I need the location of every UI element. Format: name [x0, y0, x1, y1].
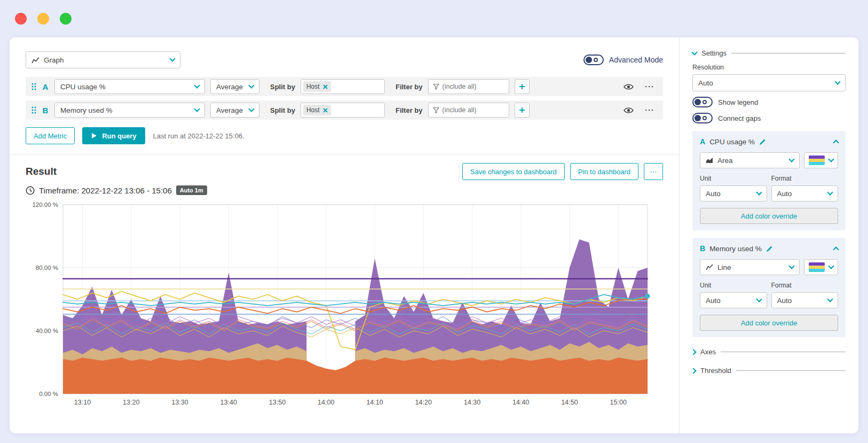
- funnel-icon: [433, 83, 439, 90]
- result-header: Result Save changes to dashboard Pin to …: [26, 163, 663, 180]
- filter-input-wrap: [428, 79, 509, 94]
- svg-text:13:40: 13:40: [220, 399, 237, 406]
- chevron-up-icon[interactable]: [833, 139, 839, 145]
- add-filter-button[interactable]: [515, 103, 530, 118]
- color-swatch: [809, 156, 825, 165]
- toggle-knob: [695, 115, 701, 121]
- unit-label: Unit: [700, 175, 767, 182]
- add-color-override-button[interactable]: Add color override: [700, 315, 838, 331]
- metric-letter: B: [42, 106, 49, 115]
- aggregation-value: Average: [216, 83, 245, 91]
- show-legend-label: Show legend: [718, 98, 758, 106]
- filter-by-label: Filter by: [396, 83, 423, 91]
- add-filter-button[interactable]: [515, 79, 530, 94]
- aggregation-select[interactable]: Average: [210, 103, 259, 118]
- metric-value: Memory used %: [60, 106, 191, 114]
- format-select[interactable]: Auto: [771, 185, 839, 201]
- unit-select[interactable]: Auto: [700, 292, 767, 308]
- unit-select[interactable]: Auto: [700, 185, 767, 201]
- visualization-toolbar: Graph Advanced Mode: [26, 51, 663, 68]
- color-palette-select[interactable]: [804, 152, 838, 168]
- svg-text:14:20: 14:20: [415, 399, 432, 406]
- svg-text:14:50: 14:50: [561, 399, 578, 406]
- format-select[interactable]: Auto: [771, 292, 839, 308]
- maximize-button[interactable]: [60, 13, 72, 25]
- filter-input[interactable]: [443, 83, 504, 90]
- card-letter: A: [700, 137, 705, 146]
- minimize-button[interactable]: [37, 13, 49, 25]
- toggle-ring: [703, 116, 707, 120]
- split-by-label: Split by: [270, 83, 295, 91]
- unit-format-selects: Auto Auto: [700, 292, 838, 308]
- result-more-button[interactable]: ⋯: [644, 163, 663, 180]
- chevron-down-icon: [194, 82, 200, 88]
- pencil-icon[interactable]: [766, 245, 773, 252]
- viz-type-select[interactable]: Area: [700, 152, 800, 168]
- color-palette-select[interactable]: [804, 259, 838, 275]
- run-query-button[interactable]: Run query: [82, 127, 145, 144]
- split-chip-label: Host: [306, 83, 320, 90]
- visualization-select[interactable]: Graph: [26, 51, 180, 68]
- add-color-override-button[interactable]: Add color override: [700, 208, 838, 224]
- aggregation-select[interactable]: Average: [210, 79, 259, 94]
- unit-format-labels: Unit Format: [700, 175, 838, 182]
- timeframe-text: Timeframe: 2022-12-22 13:06 - 15:06: [39, 186, 172, 195]
- unit-label: Unit: [700, 282, 767, 289]
- unit-format-labels: Unit Format: [700, 282, 838, 289]
- viz-type-select[interactable]: Line: [700, 259, 800, 275]
- chevron-up-icon[interactable]: [833, 246, 839, 252]
- metric-more-button[interactable]: ⋯: [644, 105, 654, 115]
- metric-card-a: A CPU usage % Area: [692, 131, 846, 230]
- resolution-select[interactable]: Auto: [692, 74, 846, 91]
- metric-select[interactable]: Memory used %: [54, 103, 205, 118]
- run-query-label: Run query: [102, 132, 136, 140]
- filter-by-label: Filter by: [396, 106, 423, 114]
- add-metric-button[interactable]: Add Metric: [26, 127, 75, 144]
- chevron-down-icon: [194, 106, 200, 112]
- svg-text:15:00: 15:00: [610, 399, 627, 406]
- svg-text:13:30: 13:30: [171, 399, 188, 406]
- split-chip[interactable]: Host: [303, 105, 331, 115]
- close-button[interactable]: [15, 13, 27, 25]
- metric-card-header[interactable]: B Memory used %: [700, 244, 838, 253]
- svg-text:13:20: 13:20: [123, 399, 139, 406]
- card-letter: B: [700, 244, 705, 253]
- split-chip-label: Host: [306, 106, 320, 114]
- axes-title: Axes: [700, 348, 716, 356]
- chevron-down-icon: [828, 156, 834, 162]
- result-title: Result: [26, 166, 57, 177]
- metric-select[interactable]: CPU usage %: [54, 79, 205, 94]
- metric-row-actions: ⋯: [624, 82, 658, 91]
- save-to-dashboard-button[interactable]: Save changes to dashboard: [462, 163, 565, 180]
- metric-more-button[interactable]: ⋯: [644, 82, 654, 91]
- section-divider: [10, 154, 679, 154]
- show-legend-toggle[interactable]: [692, 97, 713, 107]
- settings-section-header[interactable]: Settings: [692, 49, 846, 57]
- resolution-badge: Auto 1m: [176, 185, 207, 195]
- aggregation-value: Average: [216, 106, 245, 114]
- show-legend-row: Show legend: [692, 97, 846, 107]
- remove-chip-icon[interactable]: [323, 108, 328, 113]
- eye-icon[interactable]: [624, 83, 634, 90]
- remove-chip-icon[interactable]: [323, 84, 328, 89]
- drag-handle-icon[interactable]: [31, 106, 36, 114]
- threshold-section-header[interactable]: Threshold: [692, 367, 846, 375]
- eye-icon[interactable]: [624, 107, 634, 114]
- split-by-label: Split by: [270, 106, 295, 114]
- axes-section-header[interactable]: Axes: [692, 348, 846, 356]
- pin-to-dashboard-button[interactable]: Pin to dashboard: [570, 163, 638, 180]
- result-chart-container: 13:1013:2013:3013:4013:5014:0014:1014:20…: [26, 198, 663, 415]
- advanced-mode-toggle[interactable]: [583, 55, 604, 65]
- metric-card-header[interactable]: A CPU usage %: [700, 137, 838, 146]
- card-title: CPU usage %: [709, 138, 755, 146]
- filter-input[interactable]: [443, 106, 504, 114]
- card-title: Memory used %: [709, 245, 762, 253]
- section-rule: [731, 53, 846, 53]
- split-chip[interactable]: Host: [303, 81, 331, 92]
- pencil-icon[interactable]: [759, 138, 766, 145]
- drag-handle-icon[interactable]: [31, 82, 36, 91]
- graph-icon: [31, 57, 40, 64]
- split-by-input[interactable]: Host: [301, 103, 385, 118]
- connect-gaps-toggle[interactable]: [692, 113, 713, 123]
- split-by-input[interactable]: Host: [301, 79, 385, 94]
